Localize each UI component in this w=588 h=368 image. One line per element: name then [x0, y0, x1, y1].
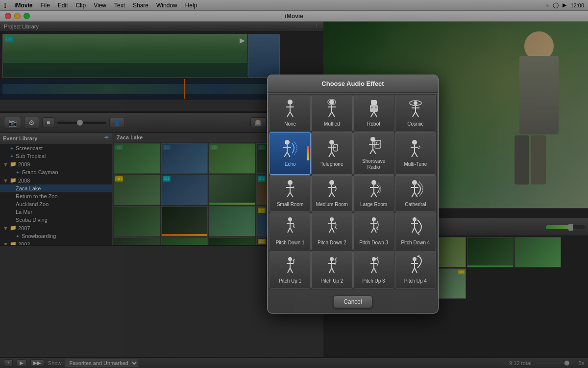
effect-largeroom[interactable]: Large Room: [353, 175, 394, 212]
effect-pitchup3[interactable]: Pitch Up 3: [353, 251, 394, 289]
svg-line-88: [412, 228, 415, 233]
svg-line-27: [287, 152, 290, 157]
svg-point-14: [375, 106, 377, 108]
effect-telephone[interactable]: Telephone: [311, 132, 352, 175]
svg-line-89: [415, 228, 417, 233]
svg-point-62: [412, 180, 417, 185]
svg-point-57: [371, 180, 376, 185]
audio-dialog-overlay: Choose Audio Effect None: [0, 0, 588, 368]
effect-cosmic[interactable]: Cosmic: [395, 95, 436, 131]
svg-line-76: [329, 228, 332, 233]
svg-line-50: [287, 192, 290, 197]
pitchdown3-icon: [367, 217, 381, 238]
robot-icon: [367, 99, 381, 120]
pitchup2-icon: [325, 255, 339, 277]
effect-muffled-label: Muffled: [324, 121, 340, 127]
svg-line-83: [374, 228, 376, 233]
effect-largeroom-label: Large Room: [360, 202, 387, 208]
pitchdown2-icon: [325, 217, 339, 238]
svg-line-95: [290, 268, 293, 273]
audio-effects-grid: None Muffled: [269, 94, 437, 289]
svg-line-21: [413, 112, 416, 117]
svg-point-97: [330, 257, 334, 261]
effect-shortwave[interactable]: Shortwave Radio: [353, 132, 394, 175]
effect-pitchdown3[interactable]: Pitch Down 3: [353, 212, 394, 250]
muffled-icon: [325, 99, 339, 120]
cancel-button[interactable]: Cancel: [333, 295, 372, 308]
effect-pitchup4[interactable]: Pitch Up 4: [395, 251, 436, 289]
svg-line-51: [290, 192, 293, 197]
audio-dialog-title: Choose Audio Effect: [268, 75, 438, 93]
effect-pitchdown2[interactable]: Pitch Down 2: [311, 212, 352, 250]
pitchdown1-icon: [283, 217, 297, 238]
svg-line-65: [412, 192, 415, 197]
svg-point-103: [372, 257, 376, 261]
effect-robot[interactable]: Robot: [353, 95, 394, 131]
effect-echo-label: Echo: [285, 161, 296, 167]
largeroom-icon: [367, 180, 381, 200]
svg-line-66: [415, 192, 417, 197]
svg-line-26: [284, 152, 287, 157]
svg-line-82: [371, 228, 374, 233]
effect-shortwave-label: Shortwave Radio: [356, 158, 392, 170]
svg-line-22: [416, 112, 418, 117]
effect-pitchup3-label: Pitch Up 3: [363, 278, 385, 284]
svg-line-94: [288, 268, 290, 273]
svg-line-56: [332, 192, 335, 197]
effect-pitchdown1[interactable]: Pitch Down 1: [270, 212, 311, 250]
effect-multitune-label: Multi-Tune: [404, 161, 427, 167]
audio-dialog: Choose Audio Effect None: [267, 75, 439, 314]
effect-echo[interactable]: Echo: [270, 132, 311, 175]
pitchup4-icon: [408, 255, 423, 277]
svg-point-41: [412, 140, 417, 145]
svg-line-112: [412, 268, 415, 273]
effect-robot-label: Robot: [367, 121, 380, 127]
svg-point-52: [329, 180, 334, 185]
svg-point-67: [288, 217, 292, 221]
svg-rect-11: [371, 100, 377, 105]
svg-line-9: [332, 112, 335, 117]
effect-mediumroom[interactable]: Medium Room: [311, 175, 352, 212]
effect-smallroom[interactable]: Small Room: [270, 175, 311, 212]
svg-line-44: [412, 152, 415, 157]
svg-line-106: [371, 268, 374, 273]
svg-line-45: [415, 152, 417, 157]
effect-pitchdown3-label: Pitch Down 3: [359, 240, 388, 246]
effect-none-label: None: [284, 121, 296, 127]
svg-point-91: [288, 257, 292, 261]
cosmic-icon: [408, 99, 423, 120]
svg-point-5: [329, 100, 334, 105]
effect-muffled[interactable]: Muffled: [311, 95, 352, 131]
svg-point-85: [413, 217, 416, 221]
effect-pitchup1-label: Pitch Up 1: [279, 278, 301, 284]
svg-line-16: [374, 112, 377, 117]
effect-pitchup2[interactable]: Pitch Up 2: [311, 251, 352, 289]
svg-line-8: [329, 112, 332, 117]
svg-line-31: [329, 152, 332, 157]
svg-rect-12: [370, 105, 378, 112]
effect-cosmic-label: Cosmic: [407, 121, 423, 127]
none-icon: [283, 99, 297, 120]
svg-line-71: [290, 228, 293, 233]
svg-line-55: [329, 192, 332, 197]
pitchup1-icon: [283, 255, 297, 277]
svg-line-15: [371, 112, 374, 117]
effect-cathedral[interactable]: Cathedral: [395, 175, 436, 212]
effect-multitune[interactable]: ♪ Multi-Tune: [395, 132, 436, 175]
effect-pitchup1[interactable]: Pitch Up 1: [270, 251, 311, 289]
svg-line-100: [329, 268, 332, 273]
svg-point-0: [288, 100, 293, 105]
svg-line-77: [332, 228, 334, 233]
svg-line-60: [371, 192, 374, 197]
audio-cancel-row: Cancel: [268, 290, 438, 313]
svg-point-79: [372, 217, 376, 221]
svg-point-23: [285, 140, 290, 145]
effect-pitchdown1-label: Pitch Down 1: [276, 240, 305, 246]
effect-pitchdown4[interactable]: Pitch Down 4: [395, 212, 436, 250]
telephone-icon: [325, 139, 339, 160]
effect-none[interactable]: None: [270, 95, 311, 131]
pitchdown4-icon: [408, 217, 423, 238]
mediumroom-icon: [325, 180, 339, 200]
pitchup3-icon: [367, 255, 381, 277]
effect-cathedral-label: Cathedral: [405, 202, 426, 208]
